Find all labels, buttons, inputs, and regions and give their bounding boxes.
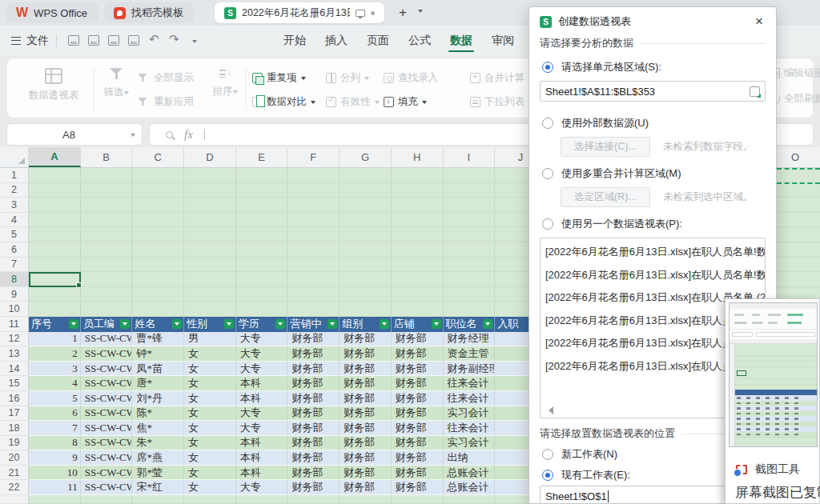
- cell[interactable]: [236, 213, 288, 228]
- cell[interactable]: SS-CW-CW-: [81, 450, 133, 466]
- cell[interactable]: 焦*: [132, 421, 184, 436]
- cell[interactable]: 财务部: [340, 466, 392, 481]
- cell[interactable]: [132, 213, 184, 228]
- cell[interactable]: 6: [29, 406, 81, 422]
- cell[interactable]: 序号: [29, 317, 81, 332]
- cell[interactable]: [340, 287, 392, 302]
- cell[interactable]: [236, 242, 288, 258]
- cell[interactable]: [287, 213, 340, 228]
- cell[interactable]: [81, 183, 133, 198]
- cell[interactable]: 5: [29, 391, 81, 406]
- cell[interactable]: 财务部: [340, 450, 392, 466]
- select-region-button[interactable]: 选定区域(R)...: [561, 187, 650, 207]
- cell[interactable]: [392, 198, 444, 213]
- cell[interactable]: 财务部: [340, 376, 392, 391]
- hamburger-icon[interactable]: [11, 37, 21, 45]
- cell[interactable]: 曹*锋: [132, 332, 184, 347]
- cell[interactable]: 女: [184, 480, 236, 495]
- cell[interactable]: 财务部: [287, 376, 340, 391]
- row-header-15[interactable]: 15: [0, 376, 29, 391]
- filter-button[interactable]: 筛选: [98, 68, 134, 99]
- cell[interactable]: [444, 198, 496, 213]
- cell[interactable]: 财务部: [287, 421, 340, 436]
- cell[interactable]: 财务部: [392, 450, 444, 466]
- row-header-9[interactable]: 9: [0, 287, 29, 302]
- cell[interactable]: 财务部: [392, 421, 444, 436]
- column-header-c[interactable]: C: [132, 147, 184, 167]
- cell[interactable]: 大专: [236, 406, 288, 422]
- duplicates-button[interactable]: 重复项: [252, 71, 306, 85]
- cell[interactable]: SS-CW-CW-: [81, 466, 133, 481]
- cell[interactable]: 总账会计: [444, 480, 496, 495]
- cell[interactable]: [132, 272, 184, 287]
- cell[interactable]: [287, 302, 340, 317]
- close-icon[interactable]: ×: [753, 14, 766, 30]
- cell[interactable]: [81, 227, 133, 242]
- cell[interactable]: 员工编: [81, 317, 133, 332]
- cell[interactable]: [340, 213, 392, 228]
- row-header-20[interactable]: 20: [0, 450, 29, 466]
- column-header-e[interactable]: E: [236, 147, 288, 167]
- reapply-button[interactable]: 重新应用: [135, 95, 194, 109]
- cell[interactable]: 财务部: [392, 332, 444, 347]
- cell[interactable]: 9: [29, 450, 81, 466]
- cell[interactable]: 刘*丹: [132, 391, 184, 406]
- cell[interactable]: [444, 272, 496, 287]
- cell[interactable]: [184, 198, 236, 213]
- dropdown-list-button[interactable]: 下拉列表: [470, 95, 525, 109]
- menu-tab-数据[interactable]: 数据: [448, 26, 474, 55]
- menu-tab-公式[interactable]: 公式: [407, 26, 432, 55]
- cell[interactable]: 财务部: [287, 480, 340, 495]
- filter-dropdown-icon[interactable]: [275, 319, 285, 329]
- cell[interactable]: 财务部: [392, 391, 444, 406]
- cell[interactable]: 凤*苗: [132, 362, 184, 377]
- column-header-a[interactable]: A: [29, 147, 81, 167]
- cell[interactable]: 财务部: [287, 450, 340, 466]
- row-header-1[interactable]: 1: [0, 168, 29, 183]
- cell[interactable]: [340, 495, 392, 504]
- cell[interactable]: [81, 302, 133, 317]
- row-header-partial[interactable]: [0, 495, 29, 504]
- radio-icon[interactable]: [542, 218, 553, 230]
- save-icon[interactable]: [68, 35, 79, 46]
- cell[interactable]: [81, 272, 133, 287]
- column-header-i[interactable]: I: [444, 147, 496, 167]
- cell[interactable]: [340, 302, 392, 317]
- filter-dropdown-icon[interactable]: [328, 319, 337, 329]
- cell[interactable]: [392, 242, 444, 258]
- cell[interactable]: 女: [184, 406, 236, 422]
- column-header-h[interactable]: H: [392, 147, 444, 167]
- cell[interactable]: 本科: [236, 376, 288, 391]
- cell[interactable]: 职位名: [444, 317, 496, 332]
- cell[interactable]: [444, 287, 496, 302]
- cell[interactable]: [236, 495, 288, 504]
- cell[interactable]: [340, 258, 392, 273]
- cell[interactable]: 财务部: [340, 480, 392, 495]
- cell[interactable]: 财务部: [340, 421, 392, 436]
- cell[interactable]: 10: [29, 466, 81, 481]
- cell[interactable]: 2: [29, 346, 81, 362]
- cell[interactable]: 大专: [236, 332, 288, 347]
- radio-icon[interactable]: [542, 168, 553, 179]
- row-header-14[interactable]: 14: [0, 362, 29, 377]
- cell[interactable]: [81, 258, 133, 273]
- radio-selected-icon[interactable]: [542, 470, 553, 481]
- cell[interactable]: 女: [184, 376, 236, 391]
- cell[interactable]: [81, 242, 133, 258]
- filter-dropdown-icon[interactable]: [432, 319, 441, 329]
- cell[interactable]: 1: [29, 332, 81, 347]
- cell[interactable]: [287, 227, 340, 242]
- cell[interactable]: 财务部: [392, 406, 444, 422]
- cell[interactable]: [340, 227, 392, 242]
- cell[interactable]: [132, 168, 184, 183]
- cell[interactable]: 本科: [236, 466, 288, 481]
- cell[interactable]: SS-CW-CW-: [81, 391, 133, 406]
- cell[interactable]: [392, 227, 444, 242]
- cell[interactable]: 女: [184, 436, 236, 451]
- cell[interactable]: 财务部: [392, 480, 444, 495]
- cell[interactable]: [340, 198, 392, 213]
- column-header-g[interactable]: G: [340, 147, 392, 167]
- cell[interactable]: 7: [29, 421, 81, 436]
- cell[interactable]: 大专: [236, 421, 288, 436]
- cell[interactable]: [81, 495, 133, 504]
